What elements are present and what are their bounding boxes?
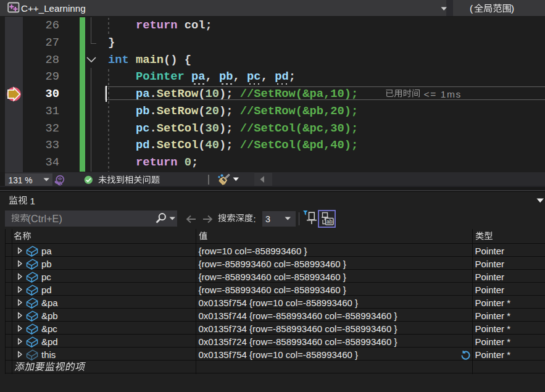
svg-text:ab: ab: [327, 219, 333, 225]
